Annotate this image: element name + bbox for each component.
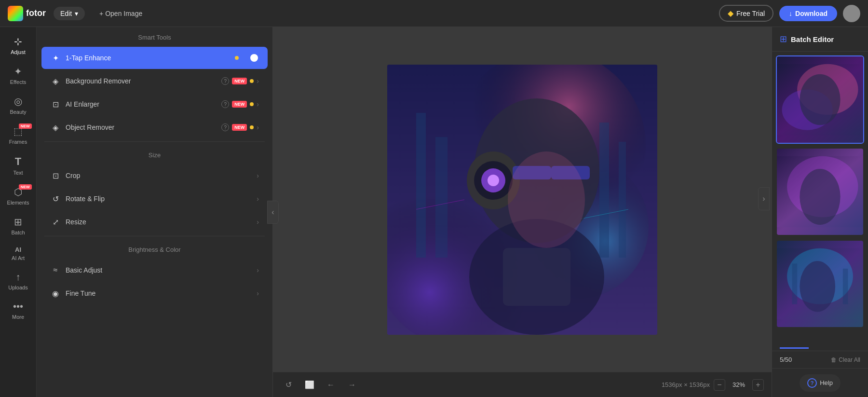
size-title: Size: [37, 145, 272, 164]
tool-crop[interactable]: ⊡ Crop ›: [41, 164, 268, 187]
batch-images-list: [772, 52, 868, 345]
scroll-right-button[interactable]: ›: [758, 187, 770, 210]
batch-img-preview-1: [777, 56, 863, 143]
batch-image-2[interactable]: [776, 148, 864, 236]
tool-background-remover[interactable]: ◈ Background Remover ? NEW ›: [41, 70, 268, 92]
beauty-icon: ◎: [14, 96, 22, 107]
zoom-controls: − 32% +: [714, 379, 764, 391]
download-label: Download: [795, 10, 827, 17]
batch-editor-header: ⊞ Batch Editor: [772, 27, 868, 52]
svg-rect-5: [435, 137, 448, 258]
chevron-down-icon: ▾: [75, 10, 78, 17]
left-panel-wrapper: Smart Tools ✦ 1-Tap Enhance ◈ Background…: [37, 27, 273, 397]
sidebar-item-uploads[interactable]: ↑ Uploads: [2, 267, 35, 295]
download-icon: ↓: [789, 10, 792, 17]
bg-remover-new-badge: NEW: [232, 78, 247, 84]
collapse-panel-button[interactable]: ‹: [267, 201, 279, 224]
fine-tune-icon: ◉: [50, 288, 61, 299]
text-icon: T: [15, 155, 21, 168]
sidebar-item-beauty[interactable]: ◎ Beauty: [2, 91, 35, 120]
trash-icon: 🗑: [831, 356, 837, 363]
brightness-title: Brightness & Color: [37, 239, 272, 258]
bottom-bar-left: ↺ ⬜ ← →: [281, 377, 360, 393]
app-logo: fotor: [8, 6, 46, 21]
zoom-level-display: 32%: [729, 381, 748, 388]
rotate-icon: ↺: [50, 193, 61, 204]
tool-fine-tune[interactable]: ◉ Fine Tune ›: [41, 282, 268, 304]
enhance-toggle[interactable]: [242, 53, 259, 63]
svg-point-14: [488, 175, 499, 186]
sidebar-item-more[interactable]: ••• More: [2, 296, 35, 325]
tool-resize[interactable]: ⤢ Resize ›: [41, 211, 268, 233]
clear-all-button[interactable]: 🗑 Clear All: [831, 356, 860, 363]
compare-button[interactable]: ⬜: [302, 377, 317, 393]
right-panel: ⊞ Batch Editor: [772, 27, 868, 397]
main-layout: ⊹ Adjust ✦ Effects ◎ Beauty NEW ⬚ Frames…: [0, 27, 868, 397]
svg-rect-19: [503, 248, 570, 306]
rotate-chevron: ›: [257, 195, 259, 203]
tool-1tap-enhance[interactable]: ✦ 1-Tap Enhance: [41, 47, 268, 69]
sidebar-item-adjust[interactable]: ⊹ Adjust: [2, 31, 35, 60]
batch-footer: 5/50 🗑 Clear All: [772, 351, 868, 368]
batch-image-1[interactable]: [776, 55, 864, 144]
new-badge-elements: NEW: [19, 184, 32, 190]
batch-icon: ⊞: [14, 216, 22, 228]
redo-button[interactable]: →: [344, 377, 360, 393]
open-image-button[interactable]: + Open Image: [93, 7, 149, 20]
crop-chevron: ›: [257, 172, 259, 179]
object-remover-icon: ◈: [50, 122, 61, 133]
smart-tools-title: Smart Tools: [37, 27, 272, 46]
left-panel: Smart Tools ✦ 1-Tap Enhance ◈ Background…: [37, 27, 273, 397]
basic-adjust-icon: ≈: [50, 265, 61, 275]
tool-rotate-flip[interactable]: ↺ Rotate & Flip ›: [41, 188, 268, 210]
icon-bar: ⊹ Adjust ✦ Effects ◎ Beauty NEW ⬚ Frames…: [0, 27, 37, 397]
more-icon: •••: [13, 301, 23, 312]
sidebar-item-effects[interactable]: ✦ Effects: [2, 61, 35, 90]
topbar: fotor Edit ▾ + Open Image ◆ Free Trial ↓…: [0, 0, 868, 27]
bg-remover-badges: ? NEW ›: [221, 77, 259, 85]
new-badge-frames: NEW: [19, 123, 32, 129]
enhance-dot: [235, 56, 239, 60]
ai-enlarger-icon: ⊡: [50, 99, 61, 110]
tool-basic-adjust[interactable]: ≈ Basic Adjust ›: [41, 259, 268, 281]
sidebar-item-elements[interactable]: NEW ⬡ Elements: [2, 181, 35, 210]
free-trial-label: Free Trial: [736, 10, 765, 17]
ai-enlarger-new-badge: NEW: [232, 101, 247, 108]
crop-icon: ⊡: [50, 170, 61, 181]
chevron-right-icon: ›: [762, 194, 765, 203]
bg-remover-dot: [250, 79, 254, 83]
tool-ai-enlarger[interactable]: ⊡ AI Enlarger ? NEW ›: [41, 93, 268, 115]
sidebar-item-batch[interactable]: ⊞ Batch: [2, 211, 35, 240]
collapse-icon: ‹: [271, 208, 274, 217]
svg-point-20: [508, 151, 585, 248]
object-remover-help-icon[interactable]: ?: [221, 123, 229, 131]
bg-remover-chevron: ›: [257, 77, 259, 85]
enhance-badges: [235, 53, 259, 63]
svg-point-28: [800, 169, 840, 225]
help-button[interactable]: ? Help: [800, 374, 841, 392]
undo-button[interactable]: ←: [323, 377, 339, 393]
enhance-icon: ✦: [50, 53, 61, 63]
history-back-button[interactable]: ↺: [281, 377, 296, 393]
sidebar-item-text[interactable]: T Text: [2, 151, 35, 180]
sidebar-item-ai-art[interactable]: AI AI Art: [2, 241, 35, 266]
sidebar-item-frames[interactable]: NEW ⬚ Frames: [2, 121, 35, 150]
zoom-out-button[interactable]: −: [714, 379, 725, 391]
user-avatar[interactable]: [843, 5, 860, 22]
resize-icon: ⤢: [50, 217, 61, 227]
svg-point-24: [800, 74, 840, 125]
batch-image-3[interactable]: [776, 240, 864, 328]
object-remover-badges: ? NEW ›: [221, 123, 259, 131]
tool-object-remover[interactable]: ◈ Object Remover ? NEW ›: [41, 116, 268, 138]
free-trial-button[interactable]: ◆ Free Trial: [719, 5, 773, 22]
uploads-icon: ↑: [16, 272, 21, 283]
download-button[interactable]: ↓ Download: [779, 6, 837, 21]
ai-enlarger-dot: [250, 102, 254, 106]
edit-button[interactable]: Edit ▾: [54, 7, 85, 20]
logo-icon: [8, 6, 23, 21]
fine-tune-chevron: ›: [257, 289, 259, 297]
zoom-in-button[interactable]: +: [752, 379, 764, 391]
batch-editor-icon: ⊞: [780, 34, 787, 44]
bg-remover-help-icon[interactable]: ?: [221, 77, 229, 85]
ai-enlarger-help-icon[interactable]: ?: [221, 100, 229, 108]
